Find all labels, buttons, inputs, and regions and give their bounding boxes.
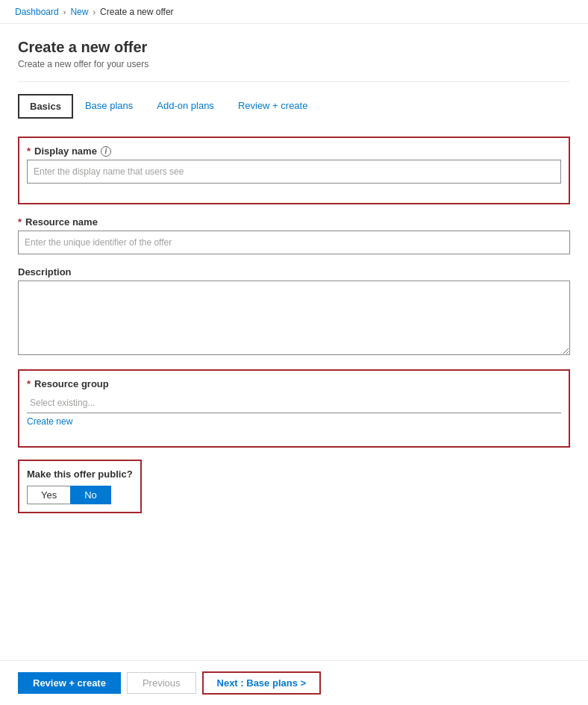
breadcrumb-current: Create a new offer <box>100 7 174 17</box>
display-name-input[interactable] <box>27 160 561 184</box>
top-bar: Dashboard › New › Create a new offer <box>0 0 588 24</box>
tab-base-plans[interactable]: Base plans <box>73 94 145 119</box>
review-create-button[interactable]: Review + create <box>18 672 121 694</box>
breadcrumb-sep-2: › <box>93 7 96 16</box>
resource-name-required: * <box>18 216 22 228</box>
resource-group-required: * <box>27 378 31 389</box>
next-button[interactable]: Next : Base plans > <box>202 671 322 695</box>
resource-group-input[interactable] <box>27 392 561 413</box>
display-name-info-icon[interactable]: i <box>101 146 111 157</box>
make-public-no-button[interactable]: No <box>70 486 111 504</box>
description-label: Description <box>18 266 570 278</box>
make-public-toggle: Yes No <box>27 486 133 504</box>
tab-review-create[interactable]: Review + create <box>226 94 320 119</box>
display-name-label: * Display name i <box>27 145 561 157</box>
display-name-group: * Display name i <box>27 145 561 184</box>
make-public-label: Make this offer public? <box>27 469 133 480</box>
description-textarea[interactable] <box>18 281 570 355</box>
resource-name-input[interactable] <box>18 231 570 254</box>
resource-group-label: * Resource group <box>27 378 561 389</box>
make-public-yes-button[interactable]: Yes <box>27 486 70 504</box>
page-subtitle: Create a new offer for your users <box>18 59 570 69</box>
tabs-container: Basics Base plans Add-on plans Review + … <box>18 94 570 119</box>
resource-group-group: * Resource group Create new <box>27 378 561 427</box>
previous-button: Previous <box>127 672 196 694</box>
display-name-required: * <box>27 145 31 157</box>
description-group: Description <box>18 266 570 357</box>
breadcrumb-dashboard[interactable]: Dashboard <box>15 7 59 17</box>
section-divider <box>18 81 570 82</box>
create-new-link[interactable]: Create new <box>27 416 72 427</box>
breadcrumb-sep-1: › <box>63 7 66 16</box>
resource-name-group: * Resource name <box>18 216 570 254</box>
breadcrumb-new[interactable]: New <box>70 7 88 17</box>
make-public-box: Make this offer public? Yes No <box>18 460 142 513</box>
bottom-bar: Review + create Previous Next : Base pla… <box>0 660 588 705</box>
breadcrumb: Dashboard › New › Create a new offer <box>15 7 174 17</box>
resource-group-box: * Resource group Create new <box>18 369 570 448</box>
tab-add-on-plans[interactable]: Add-on plans <box>145 94 226 119</box>
tab-basics[interactable]: Basics <box>18 94 73 119</box>
display-name-field-box: * Display name i <box>18 137 570 204</box>
resource-name-label: * Resource name <box>18 216 570 228</box>
main-content: Create a new offer Create a new offer fo… <box>0 24 588 665</box>
page-title: Create a new offer <box>18 39 570 56</box>
